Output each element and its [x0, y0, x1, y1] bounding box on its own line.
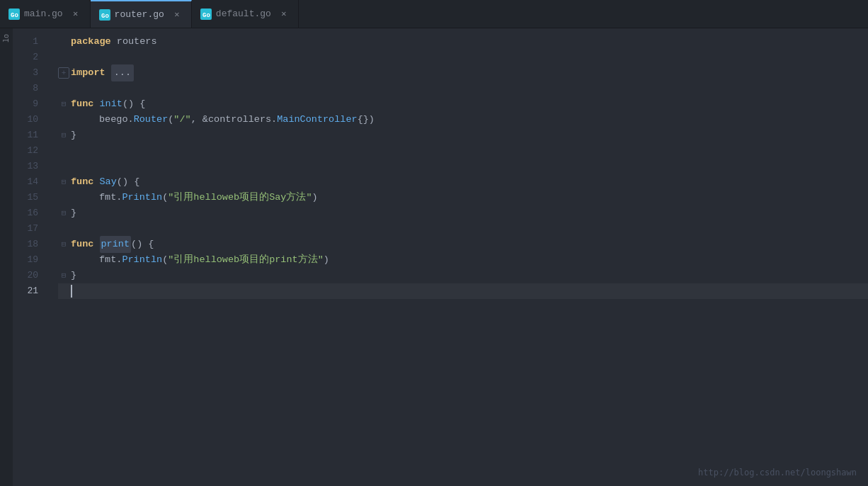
ln-20: 20 [13, 268, 47, 283]
tab-router-go[interactable]: Go router.go ✕ [91, 0, 192, 28]
fold-say-icon[interactable]: ⊟ [58, 176, 69, 188]
tab-label-default: default.go [216, 9, 271, 19]
kw-func-init: func [71, 96, 93, 112]
ln-13: 13 [13, 159, 47, 174]
tab-bar: Go main.go ✕ Go router.go ✕ Go default.g… [0, 0, 868, 28]
tab-label-router: router.go [115, 9, 164, 20]
svg-text:Go: Go [101, 13, 109, 20]
ln-10: 10 [13, 112, 47, 128]
svg-text:Go: Go [202, 12, 210, 19]
string-say: "引用helloweb项目的Say方法" [168, 190, 312, 205]
method-router: Router [134, 112, 169, 128]
code-line-16: ⊟ } [58, 205, 868, 221]
import-ellipsis: ... [111, 64, 134, 81]
ln-21: 21 [13, 283, 47, 299]
fold-say-close-icon: ⊟ [58, 208, 69, 219]
tab-default-go[interactable]: Go default.go ✕ [192, 0, 299, 28]
tab-main-go[interactable]: Go main.go ✕ [0, 0, 91, 28]
tab-close-default[interactable]: ✕ [278, 9, 290, 20]
go-icon-default: Go [200, 9, 212, 20]
code-line-17 [58, 221, 868, 237]
fn-init: init [100, 96, 122, 112]
kw-func-print: func [71, 237, 93, 252]
code-line-19: fmt . Println ( "引用helloweb项目的print方法" ) [58, 252, 868, 268]
string-slash: "/" [173, 112, 190, 128]
editor-root: Go main.go ✕ Go router.go ✕ Go default.g… [0, 0, 868, 486]
ln-15: 15 [13, 190, 47, 205]
fn-say: Say [100, 174, 117, 190]
ln-3: 3 [13, 65, 47, 81]
code-line-10: beego . Router ( "/" , & controllers . M… [58, 112, 868, 128]
code-line-2 [58, 50, 868, 65]
code-editor[interactable]: package routers + import ... ⊟ func init [47, 28, 868, 486]
ln-17: 17 [13, 221, 47, 237]
ln-14: 14 [13, 174, 47, 190]
line-numbers: 1 2 3 8 9 10 11 12 13 14 15 16 17 18 19 … [13, 28, 47, 486]
go-icon-router: Go [99, 9, 110, 21]
code-line-14: ⊟ func Say () { [58, 174, 868, 190]
fold-print-close-icon: ⊟ [58, 270, 69, 281]
ln-18: 18 [13, 237, 47, 252]
kw-func-say: func [71, 174, 93, 190]
code-line-20: ⊟ } [58, 268, 868, 283]
kw-import: import [71, 65, 105, 81]
go-icon-main: Go [8, 9, 20, 20]
tab-close-router[interactable]: ✕ [171, 9, 183, 21]
code-line-3: + import ... [58, 65, 868, 81]
code-line-8 [58, 81, 868, 96]
fold-init-close-icon: ⊟ [58, 130, 69, 141]
breadcrumb-gutter: lo [0, 28, 13, 486]
code-line-9: ⊟ func init () { [58, 96, 868, 112]
tab-label-main: main.go [24, 9, 63, 19]
editor-area: lo 1 2 3 8 9 10 11 12 13 14 15 16 17 18 … [0, 28, 868, 486]
fn-print: print [100, 236, 132, 253]
code-line-15: fmt . Println ( "引用helloweb项目的Say方法" ) [58, 190, 868, 205]
ln-11: 11 [13, 128, 47, 143]
fold-print-icon[interactable]: ⊟ [58, 239, 69, 250]
code-line-21 [58, 283, 868, 299]
ln-16: 16 [13, 205, 47, 221]
method-println-print: Println [122, 252, 162, 268]
code-line-11: ⊟ } [58, 128, 868, 143]
fold-import-icon[interactable]: + [58, 67, 69, 79]
fold-init-icon[interactable]: ⊟ [58, 98, 69, 110]
code-line-12 [58, 143, 868, 159]
ln-9: 9 [13, 96, 47, 112]
kw-package: package [71, 34, 111, 50]
ln-1: 1 [13, 34, 47, 50]
breadcrumb-label: lo [3, 34, 11, 43]
ln-2: 2 [13, 50, 47, 65]
tab-close-main[interactable]: ✕ [70, 9, 81, 20]
ln-19: 19 [13, 252, 47, 268]
svg-text:Go: Go [11, 12, 18, 19]
watermark: http://blog.csdn.net/loongshawn [698, 468, 857, 477]
code-line-18: ⊟ func print () { [58, 237, 868, 252]
code-line-13 [58, 159, 868, 174]
code-line-1: package routers [58, 34, 868, 50]
ln-8: 8 [13, 81, 47, 96]
method-println-say: Println [122, 190, 162, 205]
string-print: "引用helloweb项目的print方法" [168, 252, 324, 268]
ln-12: 12 [13, 143, 47, 159]
